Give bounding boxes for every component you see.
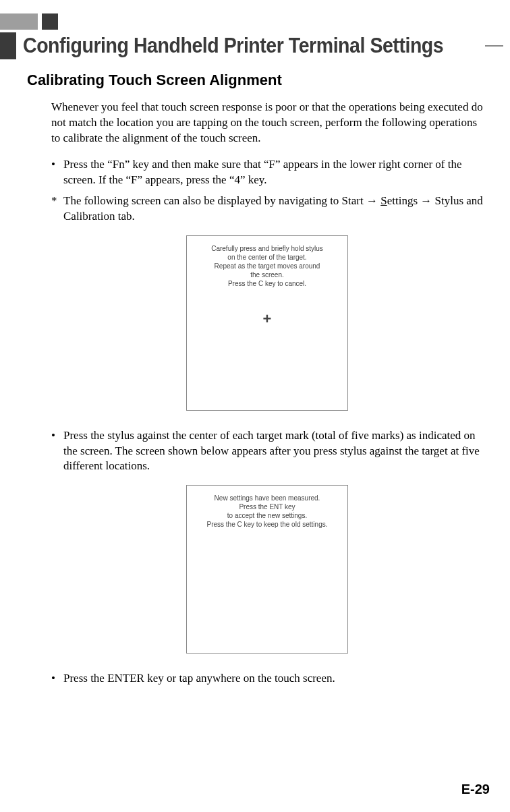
note-marker-icon: *: [51, 194, 63, 225]
bullet-marker-icon: •: [51, 671, 63, 687]
chapter-marker-icon: [0, 32, 16, 59]
section-title: Calibrating Touch Screen Alignment: [27, 71, 483, 89]
calibration-screen-1: Carefully press and briefly hold stylus …: [186, 235, 348, 411]
note-text: The following screen can also be display…: [63, 194, 483, 225]
decor-block-dark: [42, 13, 58, 30]
bullet-item: • Press the “Fn” key and then make sure …: [51, 157, 483, 188]
bullet-text: Press the stylus against the center of e…: [63, 428, 483, 475]
chapter-title: Configuring Handheld Printer Terminal Se…: [23, 34, 443, 58]
bullet-text: Press the “Fn” key and then make sure th…: [63, 157, 483, 188]
fig2-line: New settings have been measured.: [194, 494, 341, 502]
intro-paragraph: Whenever you feel that touch screen resp…: [51, 100, 483, 146]
fig1-line: on the center of the target.: [194, 253, 341, 262]
decor-block-grey: [0, 13, 38, 30]
calibration-screen-2: New settings have been measured. Press t…: [186, 485, 348, 654]
content-body: Whenever you feel that touch screen resp…: [27, 100, 483, 687]
fig2-line: to accept the new settings.: [194, 511, 341, 520]
bullet-marker-icon: •: [51, 157, 63, 188]
fig2-line: Press the C key to keep the old settings…: [194, 520, 341, 529]
bullet-marker-icon: •: [51, 428, 63, 475]
fig1-line: Repeat as the target moves around: [194, 262, 341, 270]
page-number: E-29: [461, 782, 490, 797]
bullet-item: • Press the stylus against the center of…: [51, 428, 483, 475]
note-item: * The following screen can also be displ…: [51, 194, 483, 225]
note-underlined: S: [380, 194, 387, 207]
chapter-rule: [485, 45, 503, 47]
bullet-text: Press the ENTER key or tap anywhere on t…: [63, 671, 483, 687]
fig1-line: Press the C key to cancel.: [194, 279, 341, 288]
note-prefix: The following screen can also be display…: [63, 194, 380, 207]
fig2-line: Press the ENT key: [194, 502, 341, 511]
bullet-item: • Press the ENTER key or tap anywhere on…: [51, 671, 483, 687]
fig1-line: Carefully press and briefly hold stylus: [194, 244, 341, 253]
fig1-line: the screen.: [194, 270, 341, 279]
header-decoration: [0, 13, 483, 30]
chapter-header: Configuring Handheld Printer Terminal Se…: [0, 32, 483, 59]
target-crosshair-icon: +: [263, 312, 272, 326]
